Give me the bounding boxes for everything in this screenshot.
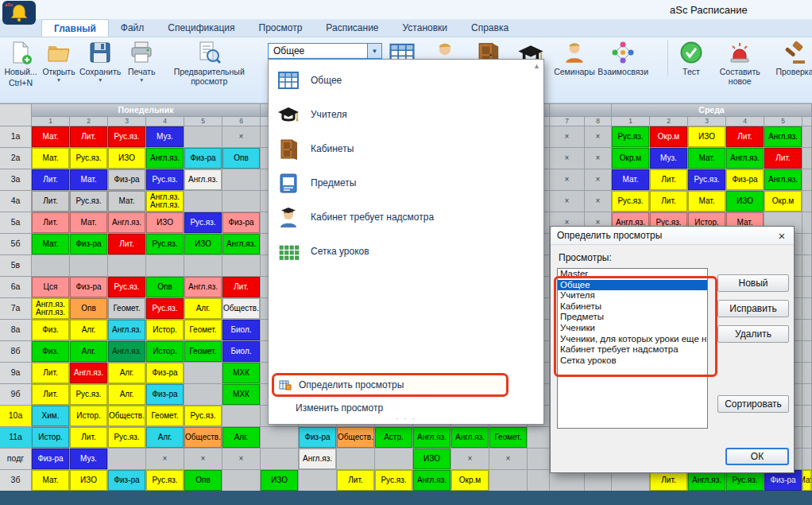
blocked-cell[interactable]: × (222, 449, 261, 470)
lesson-cell[interactable]: Истор. (70, 406, 108, 427)
empty-cell[interactable] (802, 169, 812, 191)
lesson-cell[interactable]: Обществ. (184, 427, 222, 449)
lesson-cell[interactable]: Рус.яз. (146, 470, 184, 491)
blocked-cell[interactable]: × (585, 126, 612, 148)
empty-cell[interactable] (184, 191, 222, 212)
lesson-cell[interactable]: Алг. (146, 427, 184, 449)
lesson-cell[interactable]: Рус.яз. (726, 470, 764, 491)
lesson-cell[interactable]: Англ.яз. (184, 169, 222, 191)
ok-button[interactable]: ОК (725, 448, 789, 465)
new-button[interactable]: Новый...Ctrl+N (3, 40, 38, 87)
lesson-cell[interactable]: Рус.яз. (184, 406, 222, 427)
empty-cell[interactable] (222, 169, 261, 191)
lesson-cell[interactable]: Мат. (108, 191, 146, 212)
lesson-cell[interactable]: Алг. (222, 427, 261, 449)
empty-cell[interactable] (802, 212, 812, 234)
asc-bell-logo[interactable]: aSc (2, 1, 36, 25)
empty-cell[interactable] (802, 341, 812, 363)
lesson-cell[interactable]: Физ-ра (764, 470, 802, 491)
new-view-button[interactable]: Новый (717, 274, 789, 292)
class-row-header[interactable]: 3а (0, 169, 32, 191)
lesson-cell[interactable]: ИЗО (261, 470, 299, 491)
menu-tab[interactable]: Просмотр (247, 19, 315, 37)
empty-cell[interactable] (222, 406, 261, 427)
lesson-cell[interactable]: Англ.яз. (726, 148, 764, 169)
empty-cell[interactable] (802, 363, 812, 384)
blocked-cell[interactable]: × (585, 191, 612, 212)
lesson-cell[interactable]: Рус.яз. (612, 126, 650, 148)
empty-cell[interactable] (184, 384, 222, 406)
blocked-cell[interactable]: × (585, 169, 612, 191)
sort-button[interactable]: Сортировать (717, 395, 789, 413)
empty-cell[interactable] (802, 449, 812, 470)
lesson-cell[interactable]: ИЗО (184, 234, 222, 255)
lesson-cell[interactable]: Рус.яз. (108, 126, 146, 148)
lesson-cell[interactable]: Алг. (108, 384, 146, 406)
empty-cell[interactable] (184, 255, 222, 277)
menu-tab[interactable]: Главный (41, 19, 109, 37)
view-menu-item[interactable]: Кабинет требует надсмотра (269, 200, 543, 234)
lesson-cell[interactable]: Физ-ра (726, 169, 764, 191)
lesson-cell[interactable]: ИЗО (726, 191, 764, 212)
blocked-cell[interactable]: × (550, 148, 585, 169)
class-row-header[interactable]: 6а (0, 277, 32, 298)
lesson-cell[interactable]: Муз. (650, 148, 688, 169)
lesson-cell[interactable]: Физ-ра (108, 470, 146, 491)
lesson-cell[interactable]: Истор. (146, 320, 184, 341)
lesson-cell[interactable]: Лит. (32, 363, 70, 384)
lesson-cell[interactable]: Мат. (612, 169, 650, 191)
empty-cell[interactable] (802, 406, 812, 427)
lesson-cell[interactable]: Физ-ра (184, 148, 222, 169)
lesson-cell[interactable]: Физ-ра (108, 169, 146, 191)
class-row-header[interactable]: 2а (0, 148, 32, 169)
lesson-cell[interactable]: Лит. (650, 470, 688, 491)
lesson-cell[interactable]: Геомет. (489, 427, 528, 449)
lesson-cell[interactable]: Опв (184, 470, 222, 491)
lesson-cell[interactable]: Англ.яз. (108, 212, 146, 234)
view-menu-item[interactable]: Предметы (269, 165, 543, 200)
lesson-cell[interactable]: Опв (70, 298, 108, 320)
lesson-cell[interactable]: Физ-ра (32, 449, 70, 470)
lesson-cell[interactable]: Окр.м (764, 191, 802, 212)
check-button[interactable]: Тест (667, 40, 702, 76)
class-row-header[interactable]: 10а (0, 406, 32, 427)
empty-cell[interactable] (802, 277, 812, 298)
empty-cell[interactable] (489, 470, 528, 491)
empty-cell[interactable] (108, 449, 146, 470)
class-row-header[interactable]: 11а (0, 427, 32, 449)
lesson-cell[interactable]: МХК (222, 384, 261, 406)
class-row-header[interactable]: 4а (0, 191, 32, 212)
views-list-item[interactable]: Кабинеты (558, 301, 707, 313)
lesson-cell[interactable]: Англ.яз. Англ.яз. (32, 298, 70, 320)
lesson-cell[interactable]: Окр.м (612, 148, 650, 169)
menu-tab[interactable]: Файл (109, 19, 157, 37)
lesson-cell[interactable]: Англ.яз. (764, 169, 802, 191)
empty-cell[interactable] (261, 427, 299, 449)
lesson-cell[interactable]: Муз. (146, 126, 184, 148)
lesson-cell[interactable]: Биол. (222, 341, 261, 363)
empty-cell[interactable] (802, 320, 812, 341)
lesson-cell[interactable]: Физ-ра (70, 234, 108, 255)
empty-cell[interactable] (802, 298, 812, 320)
lesson-cell[interactable]: Рус.яз. (70, 148, 108, 169)
empty-cell[interactable] (802, 384, 812, 406)
lesson-cell[interactable]: Физ-ра (146, 384, 184, 406)
empty-cell[interactable] (222, 191, 261, 212)
views-list-item[interactable]: Master (558, 269, 707, 280)
lesson-cell[interactable]: Алг. (108, 363, 146, 384)
lesson-cell[interactable]: Физ-ра (222, 212, 261, 234)
lesson-cell[interactable]: Англ.яз. (451, 427, 489, 449)
views-listbox[interactable]: MasterОбщееУчителяКабинетыПредметыУченик… (557, 268, 708, 429)
class-row-header[interactable]: 5а (0, 212, 32, 234)
class-row-header[interactable]: 7а (0, 298, 32, 320)
seminar-button[interactable]: Семинары (556, 40, 593, 76)
blocked-cell[interactable]: × (489, 449, 528, 470)
lesson-cell[interactable]: Мат. (802, 470, 812, 491)
blocked-cell[interactable]: × (550, 191, 585, 212)
lesson-cell[interactable]: Рус.яз. (108, 277, 146, 298)
view-menu-item[interactable]: Сетка уроков (269, 234, 543, 268)
empty-cell[interactable] (146, 255, 184, 277)
lesson-cell[interactable]: Англ.яз. (299, 449, 337, 470)
lesson-cell[interactable]: Рус.яз. (70, 191, 108, 212)
open-button[interactable]: Открыть▼ (41, 40, 76, 87)
